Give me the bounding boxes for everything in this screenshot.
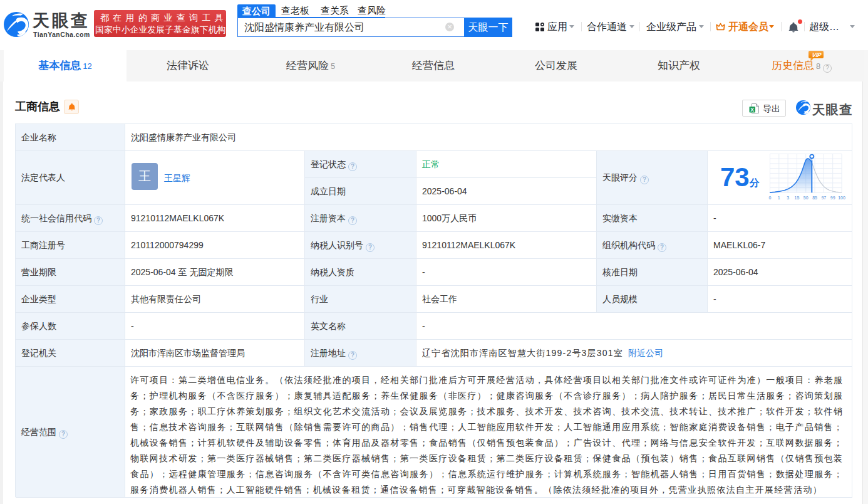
svg-text:100: 100 xyxy=(838,196,845,200)
svg-text:X: X xyxy=(750,107,754,113)
svg-text:0: 0 xyxy=(769,196,772,200)
svg-text:50: 50 xyxy=(803,196,809,200)
svg-text:97: 97 xyxy=(821,196,826,200)
svg-text:99: 99 xyxy=(830,196,835,200)
svg-text:VIP: VIP xyxy=(812,51,822,58)
svg-text:85: 85 xyxy=(812,196,817,200)
svg-text:1: 1 xyxy=(778,196,780,200)
svg-text:3: 3 xyxy=(787,196,789,200)
svg-text:15: 15 xyxy=(795,196,800,200)
